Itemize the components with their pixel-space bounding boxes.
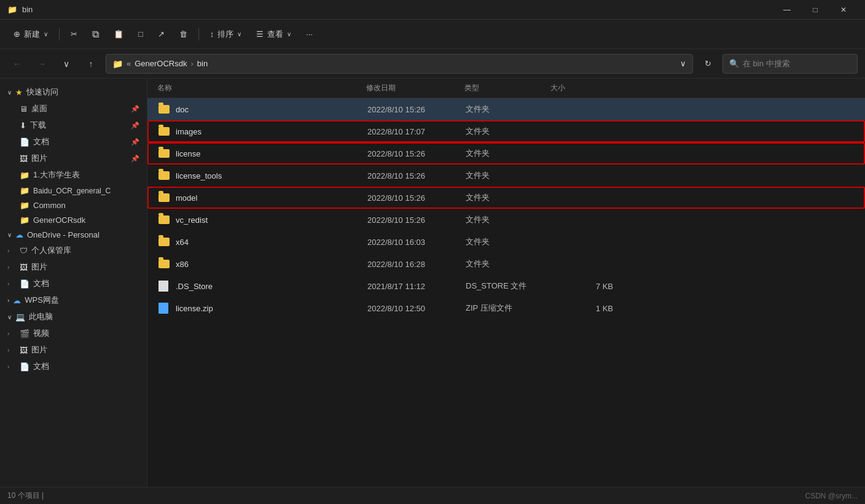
address-dropdown-icon[interactable]: ∨ (680, 59, 686, 68)
file-date: 2022/8/10 12:50 (367, 304, 466, 313)
paste-button[interactable]: 📋 (108, 26, 130, 42)
sidebar-item-pc-documents[interactable]: › 📄 文档 (2, 359, 144, 374)
sidebar-item-pictures[interactable]: 🖼 图片 📌 (2, 150, 144, 166)
address-separator: › (190, 59, 193, 68)
search-icon: 🔍 (729, 59, 739, 68)
file-date: 2022/8/10 15:26 (367, 105, 466, 114)
sidebar-item-od-pictures[interactable]: › 🖼 图片 (2, 259, 144, 275)
address-bar[interactable]: 📁 « GenerOCRsdk › bin ∨ (106, 54, 693, 74)
copy-button[interactable]: ⧉ (86, 25, 105, 44)
document-icon: 📄 (20, 138, 29, 147)
document-icon: 📄 (20, 279, 29, 289)
minimize-button[interactable]: — (773, 0, 801, 20)
expand-icon: › (7, 363, 16, 370)
file-name-cell: model (159, 193, 367, 203)
sidebar-item-video[interactable]: › 🎬 视频 (2, 325, 144, 341)
new-button[interactable]: ⊕ 新建 ∨ (7, 25, 54, 44)
file-name-cell: license_tools (159, 171, 367, 180)
file-name: license.zip (176, 304, 213, 313)
sidebar-label-video: 视频 (33, 328, 49, 339)
view-icon: ☰ (256, 29, 264, 39)
sidebar-item-students[interactable]: 📁 1.大市学生表 (2, 167, 144, 183)
file-type: DS_STORE 文件 (466, 281, 552, 292)
file-name: model (176, 193, 197, 203)
zip-file-icon (159, 303, 168, 314)
search-placeholder: 在 bin 中搜索 (743, 58, 790, 69)
sidebar-item-generocrsdk[interactable]: 📁 GenerOCRsdk (2, 213, 144, 227)
file-type: 文件夹 (466, 214, 552, 225)
sidebar-item-pc-pictures[interactable]: › 🖼 图片 (2, 342, 144, 358)
close-button[interactable]: ✕ (829, 0, 858, 20)
sort-button[interactable]: ↕ 排序 ∨ (204, 25, 248, 44)
sort-dropdown-icon: ∨ (237, 31, 241, 37)
cut-button[interactable]: ✂ (65, 26, 84, 42)
file-size: 1 KB (552, 304, 613, 313)
rename-button[interactable]: □ (132, 26, 149, 42)
sidebar-item-vault[interactable]: › 🛡 个人保管库 (2, 242, 144, 258)
sidebar-item-downloads[interactable]: ⬇ 下载 📌 (2, 117, 144, 133)
desktop-icon: 🖥 (20, 104, 28, 114)
file-icon-wrapper (159, 149, 171, 158)
folder-icon (159, 171, 170, 180)
table-row[interactable]: license_tools 2022/8/10 15:26 文件夹 (147, 165, 865, 187)
file-date: 2022/8/10 16:03 (367, 238, 466, 247)
table-row[interactable]: vc_redist 2022/8/10 15:26 文件夹 (147, 209, 865, 231)
pin-icon: 📌 (131, 122, 139, 130)
expand-icon: › (7, 330, 16, 337)
table-row[interactable]: license.zip 2022/8/10 12:50 ZIP 压缩文件 1 K… (147, 297, 865, 319)
share-button[interactable]: ↗ (152, 26, 171, 42)
document-icon: 📄 (20, 362, 29, 371)
folder-icon: 📁 (112, 59, 123, 69)
search-bar[interactable]: 🔍 在 bin 中搜索 (722, 54, 858, 74)
file-icon-wrapper (159, 259, 171, 269)
maximize-button[interactable]: □ (801, 0, 829, 20)
sidebar-label-common: Common (33, 201, 66, 210)
sidebar-item-common[interactable]: 📁 Common (2, 198, 144, 212)
up-button[interactable]: ↑ (81, 54, 101, 74)
col-name-header[interactable]: 名称 (157, 83, 366, 93)
sidebar-item-desktop[interactable]: 🖥 桌面 📌 (2, 101, 144, 117)
file-date: 2022/8/10 15:26 (367, 149, 466, 158)
file-type: 文件夹 (466, 192, 552, 203)
delete-button[interactable]: 🗑 (173, 26, 194, 42)
table-row[interactable]: license 2022/8/10 15:26 文件夹 (147, 142, 865, 165)
sidebar-item-baidu[interactable]: 📁 Baidu_OCR_general_C (2, 184, 144, 198)
col-type-header[interactable]: 类型 (464, 83, 550, 93)
file-name: .DS_Store (176, 282, 213, 291)
onedrive-header[interactable]: ∨ ☁ OneDrive - Personal (2, 228, 144, 242)
wps-header[interactable]: › ☁ WPS网盘 (2, 292, 144, 308)
table-row[interactable]: .DS_Store 2021/8/17 11:12 DS_STORE 文件 7 … (147, 275, 865, 297)
table-row[interactable]: x64 2022/8/10 16:03 文件夹 (147, 231, 865, 253)
view-button[interactable]: ☰ 查看 ∨ (250, 25, 297, 44)
file-date: 2021/8/17 11:12 (367, 282, 466, 291)
folder-icon: 📁 (20, 201, 29, 210)
col-date-header[interactable]: 修改日期 (366, 83, 464, 93)
sidebar-label-vault: 个人保管库 (31, 245, 71, 256)
rename-icon: □ (138, 29, 143, 39)
wps-icon: ☁ (13, 296, 21, 305)
file-type: 文件夹 (466, 126, 552, 137)
file-name: vc_redist (176, 215, 208, 225)
file-date: 2022/8/10 16:28 (367, 260, 466, 269)
dropdown-button[interactable]: ∨ (57, 54, 76, 74)
file-name-cell: .DS_Store (159, 281, 367, 291)
quick-access-header[interactable]: ∨ ★ 快速访问 (2, 84, 144, 100)
table-row[interactable]: x86 2022/8/10 16:28 文件夹 (147, 253, 865, 275)
more-button[interactable]: ··· (300, 26, 319, 42)
file-name-cell: x64 (159, 237, 367, 247)
table-row[interactable]: images 2022/8/10 17:07 文件夹 (147, 120, 865, 142)
sidebar-item-od-documents[interactable]: › 📄 文档 (2, 276, 144, 292)
table-row[interactable]: doc 2022/8/10 15:26 文件夹 (147, 98, 865, 120)
back-button[interactable]: ← (7, 54, 27, 74)
table-row[interactable]: model 2022/8/10 15:26 文件夹 (147, 187, 865, 209)
refresh-button[interactable]: ↻ (698, 54, 718, 74)
file-icon-wrapper (159, 104, 171, 114)
col-size-header[interactable]: 大小 (550, 83, 612, 93)
forward-button[interactable]: → (32, 54, 52, 74)
file-name: doc (176, 105, 189, 114)
sidebar-item-documents[interactable]: 📄 文档 📌 (2, 134, 144, 150)
thispc-header[interactable]: ∨ 💻 此电脑 (2, 309, 144, 325)
file-name: license_tools (176, 171, 222, 180)
address-parent: « (127, 59, 131, 68)
file-name-cell: doc (159, 104, 367, 114)
